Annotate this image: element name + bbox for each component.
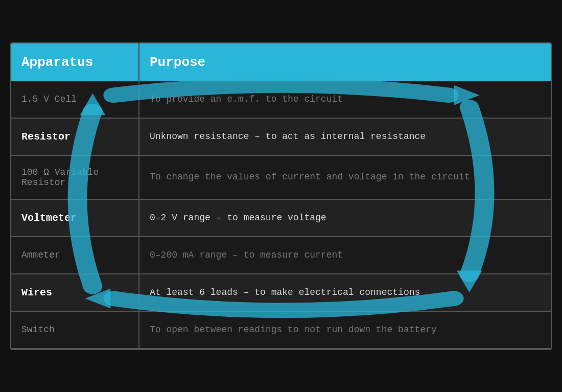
apparatus-cell: 1.5 V Cell <box>11 81 139 118</box>
header-apparatus: Apparatus <box>11 43 139 81</box>
purpose-cell: To change the values of current and volt… <box>139 155 551 199</box>
data-table: Apparatus Purpose 1.5 V CellTo provide a… <box>11 43 551 349</box>
apparatus-table: Apparatus Purpose 1.5 V CellTo provide a… <box>10 42 552 350</box>
table-row: 1.5 V CellTo provide an e.m.f. to the ci… <box>11 81 551 118</box>
header-purpose: Purpose <box>139 43 551 81</box>
purpose-cell: 0–200 mA range – to measure current <box>139 237 551 274</box>
purpose-cell: To provide an e.m.f. to the circuit <box>139 81 551 118</box>
table-row: Voltmeter0–2 V range – to measure voltag… <box>11 199 551 237</box>
table-row: 100 Ω Variable ResistorTo change the val… <box>11 155 551 199</box>
apparatus-cell: 100 Ω Variable Resistor <box>11 155 139 199</box>
table-row: ResistorUnknown resistance – to act as i… <box>11 118 551 155</box>
table-header-row: Apparatus Purpose <box>11 43 551 81</box>
apparatus-cell: Switch <box>11 311 139 349</box>
table-row: WiresAt least 6 leads – to make electric… <box>11 274 551 311</box>
apparatus-cell: Voltmeter <box>11 199 139 237</box>
apparatus-cell: Wires <box>11 274 139 311</box>
apparatus-cell: Ammeter <box>11 237 139 274</box>
apparatus-cell: Resistor <box>11 118 139 155</box>
table-row: SwitchTo open between readings to not ru… <box>11 311 551 349</box>
purpose-cell: Unknown resistance – to act as internal … <box>139 118 551 155</box>
purpose-cell: At least 6 leads – to make electrical co… <box>139 274 551 311</box>
purpose-cell: To open between readings to not run down… <box>139 311 551 349</box>
table-row: Ammeter0–200 mA range – to measure curre… <box>11 237 551 274</box>
purpose-cell: 0–2 V range – to measure voltage <box>139 199 551 237</box>
